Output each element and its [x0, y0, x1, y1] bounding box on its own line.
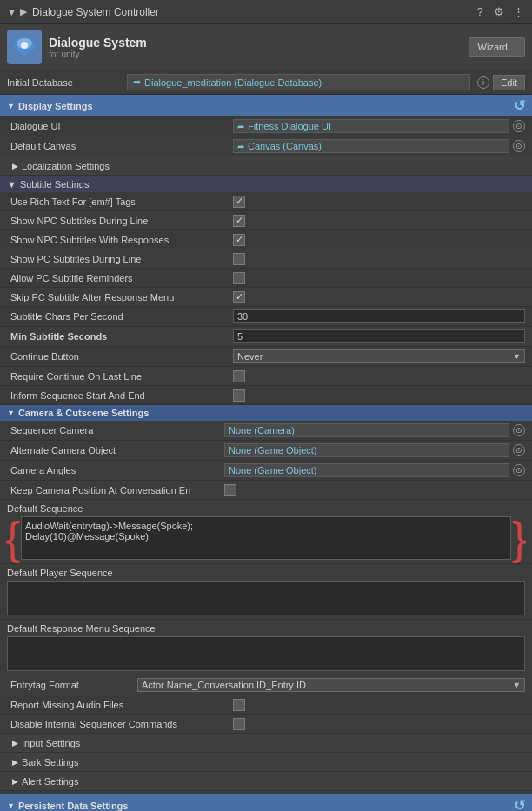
min-subtitle-input[interactable]	[233, 329, 525, 343]
settings-icon[interactable]: ⚙	[492, 5, 506, 19]
dialogue-ui-field[interactable]: ➦ Fitness Dialogue UI	[233, 119, 509, 133]
title-bar-icons: ▼ ▶	[7, 6, 27, 17]
disable-internal-value	[233, 718, 525, 730]
display-settings-label: Display Settings	[18, 101, 93, 111]
display-settings-triangle: ▼	[7, 102, 15, 110]
subtitle-value-9	[233, 370, 525, 382]
subtitle-checkbox-9[interactable]	[233, 370, 245, 382]
localization-label: Localization Settings	[22, 161, 110, 171]
subtitle-row-7: Min Subtitle Seconds	[0, 327, 532, 347]
db-value: ➦ Dialogue_meditation (Dialogue Database…	[127, 74, 470, 90]
lock-icon: ▼	[7, 7, 17, 17]
camera-angles-field[interactable]: None (Game Object)	[224, 463, 509, 477]
alternate-camera-row: Alternate Camera Object None (Game Objec…	[0, 441, 532, 461]
component-name: Dialogue System	[49, 36, 462, 50]
alternate-camera-value: None (Game Object) ⊙	[224, 443, 525, 457]
camera-triangle: ▼	[7, 409, 15, 417]
more-icon[interactable]: ⋮	[511, 5, 525, 19]
bracket-right-icon: }	[512, 515, 527, 561]
subtitle-value-10	[233, 389, 525, 402]
subtitle-value-7	[233, 329, 525, 343]
sequencer-camera-value: None (Camera) ⊙	[224, 423, 525, 437]
db-value-text: Dialogue_meditation (Dialogue Database)	[144, 77, 322, 88]
subtitle-checkbox-4[interactable]	[233, 272, 245, 284]
default-sequence-box[interactable]: AudioWait(entrytag)->Message(Spoke);Dela…	[21, 516, 511, 560]
subtitle-checkbox-0[interactable]	[233, 196, 245, 208]
alert-settings-row[interactable]: ▶ Alert Settings	[0, 772, 532, 791]
subtitle-value-5	[233, 291, 525, 303]
title-bar-left: ▼ ▶ Dialogue System Controller	[7, 6, 159, 18]
default-response-menu-label: Default Response Menu Sequence	[7, 623, 525, 634]
camera-angles-row: Camera Angles None (Game Object) ⊙	[0, 461, 532, 481]
input-settings-row[interactable]: ▶ Input Settings	[0, 734, 532, 753]
bark-settings-row[interactable]: ▶ Bark Settings	[0, 753, 532, 772]
initial-database-row: Initial Database ➦ Dialogue_meditation (…	[0, 70, 532, 95]
dialogue-ui-row: Dialogue UI ➦ Fitness Dialogue UI ⊙	[0, 116, 532, 136]
report-missing-audio-checkbox[interactable]	[233, 699, 245, 711]
subtitle-label-9: Require Continue On Last Line	[7, 371, 233, 382]
subtitle-label-10: Inform Sequence Start And End	[7, 390, 233, 401]
wizard-button[interactable]: Wizard...	[469, 37, 525, 57]
dialogue-ui-info[interactable]: ⊙	[513, 120, 525, 132]
subtitle-row-6: Subtitle Chars Per Second	[0, 307, 532, 327]
continue-button-dropdown[interactable]: Never ▼	[233, 349, 525, 363]
camera-settings-header[interactable]: ▼ Camera & Cutscene Settings	[0, 405, 532, 421]
title-bar-right: ? ⚙ ⋮	[473, 5, 525, 19]
sequencer-camera-field[interactable]: None (Camera)	[224, 423, 509, 437]
subtitle-settings-header[interactable]: ▼ Subtitle Settings	[0, 176, 532, 192]
sequencer-camera-row: Sequencer Camera None (Camera) ⊙	[0, 421, 532, 441]
db-info-button[interactable]: i	[477, 76, 489, 89]
subtitle-triangle: ▼	[7, 179, 17, 189]
sequencer-camera-info[interactable]: ⊙	[513, 424, 525, 436]
entrytag-dropdown-text: Actor Name_Conversation ID_Entry ID	[142, 680, 306, 690]
bark-label: Bark Settings	[22, 757, 78, 768]
camera-label: Camera & Cutscene Settings	[18, 408, 149, 418]
default-sequence-content: AudioWait(entrytag)->Message(Spoke);Dela…	[25, 521, 507, 542]
camera-angles-info[interactable]: ⊙	[513, 464, 525, 476]
subtitle-checkbox-2[interactable]	[233, 234, 245, 246]
entrytag-dropdown[interactable]: Actor Name_Conversation ID_Entry ID ▼	[137, 678, 525, 692]
camera-angles-text: None (Game Object)	[229, 465, 316, 475]
report-missing-audio-row: Report Missing Audio Files	[0, 695, 532, 715]
db-edit-button[interactable]: Edit	[493, 75, 525, 90]
subtitle-value-2	[233, 234, 525, 246]
component-logo	[7, 30, 42, 64]
camera-angles-value: None (Game Object) ⊙	[224, 463, 525, 477]
canvas-icon: ➦	[237, 142, 244, 151]
subtitle-label-7: Min Subtitle Seconds	[7, 331, 233, 342]
display-settings-header[interactable]: ▼ Display Settings ↺	[0, 95, 532, 116]
subtitle-checkbox-1[interactable]	[233, 215, 245, 227]
default-canvas-field[interactable]: ➦ Canvas (Canvas)	[233, 139, 509, 153]
dialogue-ui-label: Dialogue UI	[7, 121, 233, 131]
report-missing-audio-label: Report Missing Audio Files	[7, 700, 233, 710]
default-player-sequence-box[interactable]	[7, 581, 525, 615]
toggle-icon[interactable]: ▶	[20, 6, 27, 17]
alternate-camera-info[interactable]: ⊙	[513, 444, 525, 456]
keep-camera-checkbox[interactable]	[224, 484, 236, 496]
subtitle-value-3	[233, 253, 525, 265]
subtitle-chars-input[interactable]	[233, 309, 525, 323]
subtitle-checkbox-5[interactable]	[233, 291, 245, 303]
default-sequence-label: Default Sequence	[7, 503, 525, 514]
display-refresh-icon[interactable]: ↺	[514, 97, 525, 114]
canvas-info[interactable]: ⊙	[513, 140, 525, 152]
help-icon[interactable]: ?	[473, 5, 487, 19]
alert-label: Alert Settings	[22, 776, 78, 787]
subtitle-label-5: Skip PC Subtitle After Response Menu	[7, 292, 233, 302]
persistent-settings-header[interactable]: ▼ Persistent Data Settings ↺	[0, 794, 532, 811]
svg-marker-3	[20, 51, 29, 57]
subtitle-row-5: Skip PC Subtitle After Response Menu	[0, 288, 532, 307]
alternate-camera-field[interactable]: None (Game Object)	[224, 443, 509, 457]
persistent-label: Persistent Data Settings	[18, 801, 129, 811]
component-header: Dialogue System for unity Wizard...	[0, 24, 532, 70]
localization-triangle: ▶	[12, 162, 18, 170]
localization-settings-row[interactable]: ▶ Localization Settings	[0, 156, 532, 176]
subtitle-checkbox-3[interactable]	[233, 253, 245, 265]
bark-triangle: ▶	[12, 758, 18, 767]
persistent-refresh-icon[interactable]: ↺	[514, 797, 525, 811]
default-response-menu-box[interactable]	[7, 636, 525, 671]
disable-internal-checkbox[interactable]	[233, 718, 245, 730]
subtitle-row-10: Inform Sequence Start And End	[0, 386, 532, 405]
subtitle-checkbox-10[interactable]	[233, 389, 245, 402]
subtitle-label-8: Continue Button	[7, 351, 233, 362]
